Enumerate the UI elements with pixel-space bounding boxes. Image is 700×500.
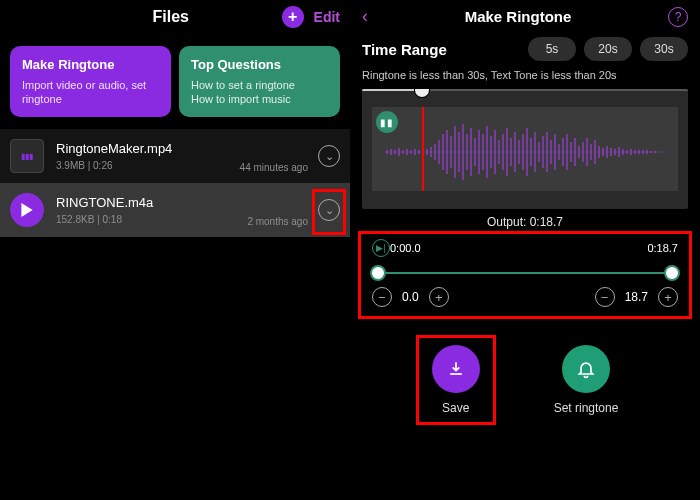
help-icon[interactable]: ? [668, 7, 688, 27]
trim-end-time: 0:18.7 [647, 242, 678, 254]
waveform-icon [385, 117, 665, 187]
card-make-ringtone[interactable]: Make Ringtone Import video or audio, set… [10, 46, 171, 117]
card-title: Top Questions [191, 56, 328, 74]
chip-20s[interactable]: 20s [584, 37, 632, 61]
trim-end-value: 18.7 [625, 290, 648, 304]
trim-start-group: − 0.0 + [372, 287, 449, 307]
trim-start-time: 0:00.0 [390, 242, 421, 254]
ringtone-title: Make Ringtone [465, 8, 572, 25]
file-time-ago: 2 months ago [247, 216, 308, 227]
waveform-box[interactable]: ▮▮ [362, 89, 688, 209]
promo-cards: Make Ringtone Import video or audio, set… [0, 38, 350, 129]
time-range-label: Time Range [362, 41, 447, 58]
plus-icon[interactable]: + [429, 287, 449, 307]
trim-controls-box: ▶| 0:00.0 0:18.7 − 0.0 + − 18.7 + [360, 233, 690, 317]
file-row[interactable]: ▮▮▮ RingtoneMaker.mp4 3.9MB | 0:26 ⌄ 44 … [0, 129, 350, 183]
trim-time-row: ▶| 0:00.0 0:18.7 [366, 239, 684, 257]
chip-30s[interactable]: 30s [640, 37, 688, 61]
minus-icon[interactable]: − [595, 287, 615, 307]
file-name: RingtoneMaker.mp4 [56, 141, 306, 156]
files-panel: Files + Edit Make Ringtone Import video … [0, 0, 350, 500]
card-sub-line: How to set a ringtone [191, 78, 328, 93]
playhead[interactable] [422, 107, 424, 191]
trim-start-value: 0.0 [402, 290, 419, 304]
output-label: Output: 0:18.7 [362, 215, 688, 229]
chevron-down-icon[interactable]: ⌄ [318, 199, 340, 221]
file-time-ago: 44 minutes ago [240, 162, 308, 173]
edit-link[interactable]: Edit [314, 9, 340, 25]
waveform-body: ▮▮ [372, 107, 678, 191]
hint-text: Ringtone is less than 30s, Text Tone is … [350, 69, 700, 89]
set-ringtone-action[interactable]: Set ringtone [540, 337, 633, 423]
card-title: Make Ringtone [22, 56, 159, 74]
slider-handle-end[interactable] [664, 265, 680, 281]
waveform-area: ▮▮ Output: 0:18.7 [350, 89, 700, 229]
files-header: Files + Edit [0, 0, 350, 38]
file-name: RINGTONE.m4a [56, 195, 306, 210]
add-button[interactable]: + [282, 6, 304, 28]
action-buttons: Save Set ringtone [350, 337, 700, 423]
chevron-down-icon[interactable]: ⌄ [318, 145, 340, 167]
slider-track [372, 272, 678, 274]
range-handle[interactable] [415, 89, 429, 97]
trim-slider[interactable] [372, 263, 678, 283]
bell-icon [562, 345, 610, 393]
ringtone-header: ‹ Make Ringtone ? [350, 0, 700, 37]
chip-5s[interactable]: 5s [528, 37, 576, 61]
play-icon[interactable] [10, 193, 44, 227]
set-label: Set ringtone [554, 401, 619, 415]
card-sub: Import video or audio, set ringtone [22, 78, 159, 108]
save-action[interactable]: Save [418, 337, 494, 423]
download-icon [432, 345, 480, 393]
minus-icon[interactable]: − [372, 287, 392, 307]
file-row[interactable]: RINGTONE.m4a 152.8KB | 0:18 ⌄ 2 months a… [0, 183, 350, 237]
video-thumbnail-icon: ▮▮▮ [10, 139, 44, 173]
card-top-questions[interactable]: Top Questions How to set a ringtone How … [179, 46, 340, 117]
range-fill [362, 89, 422, 91]
time-range-row: Time Range 5s 20s 30s [350, 37, 700, 69]
trim-end-group: − 18.7 + [595, 287, 678, 307]
skip-forward-icon[interactable]: ▶| [372, 239, 390, 257]
trim-stepper-row: − 0.0 + − 18.7 + [366, 287, 684, 307]
slider-handle-start[interactable] [370, 265, 386, 281]
back-icon[interactable]: ‹ [362, 6, 368, 27]
card-sub-line: How to import music [191, 92, 328, 107]
pause-icon[interactable]: ▮▮ [376, 111, 398, 133]
make-ringtone-panel: ‹ Make Ringtone ? Time Range 5s 20s 30s … [350, 0, 700, 500]
files-title: Files [60, 8, 282, 26]
save-label: Save [442, 401, 469, 415]
plus-icon[interactable]: + [658, 287, 678, 307]
